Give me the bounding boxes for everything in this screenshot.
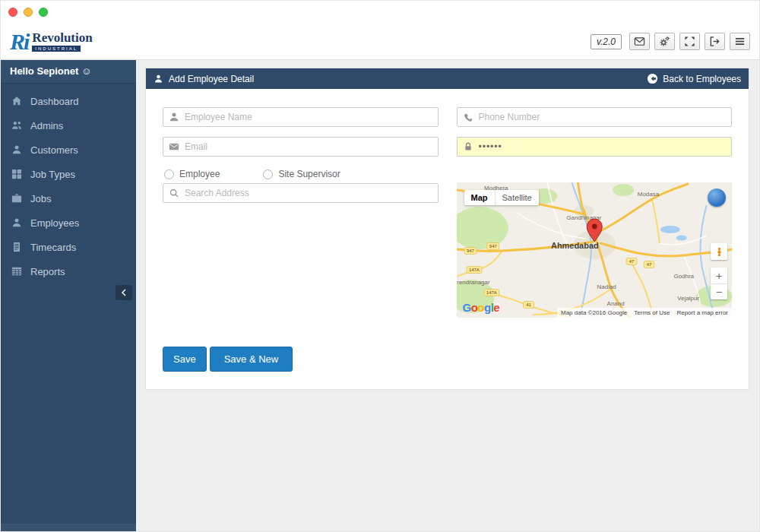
main-content: Add Employee Detail Back to Employees [136, 60, 759, 531]
fullscreen-button[interactable] [679, 33, 700, 50]
sidebar-item-jobs[interactable]: Jobs [1, 186, 136, 211]
logo-letter: g [484, 301, 491, 314]
version-badge: v.2.0 [591, 34, 622, 49]
minimize-window-button[interactable] [24, 8, 33, 17]
role-radio-group: Employee Site Supervisor [164, 169, 439, 179]
brand-name: Revolution [32, 31, 92, 44]
search-icon [163, 188, 185, 198]
address-search-input[interactable] [185, 184, 438, 202]
sidebar-item-label: Timecards [30, 242, 76, 253]
sidebar-nav: Dashboard Admins Customers Job Types Job… [1, 84, 136, 283]
map-city-label: Ahmedabad [551, 241, 599, 250]
logo-letter: G [463, 301, 471, 314]
sidebar-item-employees[interactable]: Employees [1, 211, 136, 235]
home-icon [11, 96, 22, 106]
radio-label: Site Supervisor [278, 169, 340, 179]
messages-button[interactable] [629, 33, 650, 50]
road-shield: 147A [483, 290, 499, 296]
brand-tagline: INDUSTRIAL [32, 46, 81, 52]
panel-body: Employee Site Supervisor [146, 89, 749, 372]
logout-button[interactable] [705, 33, 725, 50]
close-window-button[interactable] [8, 8, 17, 17]
form-column-left: Employee Site Supervisor [163, 107, 439, 318]
sidebar-item-label: Admins [30, 120, 63, 131]
svg-text:41: 41 [526, 302, 531, 307]
sidebar-item-label: Customers [30, 144, 78, 156]
logo-letter: e [493, 301, 499, 314]
google-logo[interactable]: Google [463, 301, 500, 314]
sidebar-item-label: Dashboard [30, 96, 79, 107]
radio-circle[interactable] [263, 169, 273, 179]
sidebar-item-timecards[interactable]: Timecards [1, 235, 136, 259]
expand-icon [684, 36, 695, 47]
sidebar-item-job-types[interactable]: Job Types [1, 162, 136, 186]
svg-text:947: 947 [489, 244, 497, 249]
map-tab-satellite[interactable]: Satellite [495, 190, 539, 205]
phone-input[interactable] [479, 108, 732, 126]
form-column-right: 947 947 147A [457, 107, 733, 318]
map-city-label: Godhra [673, 273, 694, 280]
radio-site-supervisor[interactable]: Site Supervisor [263, 169, 340, 179]
zoom-window-button[interactable] [39, 8, 48, 17]
email-group [163, 137, 439, 157]
sidebar-item-label: Reports [30, 266, 65, 277]
mail-icon [634, 36, 645, 47]
page-title: Add Employee Detail [169, 74, 254, 84]
svg-text:147A: 147A [486, 290, 496, 295]
save-and-new-button[interactable]: Save & New [210, 347, 293, 372]
zoom-in-button[interactable]: + [711, 268, 727, 283]
address-search-group [163, 183, 439, 203]
sidebar-greeting: Hello Sepionet ☺ [1, 60, 136, 84]
svg-text:47: 47 [646, 262, 651, 267]
logo-mark: Ri [10, 30, 28, 53]
radio-label: Employee [179, 169, 220, 179]
map: 947 947 147A [457, 182, 733, 318]
sidebar-collapse-button[interactable] [116, 285, 132, 300]
hamburger-icon [734, 36, 746, 47]
sidebar-item-customers[interactable]: Customers [1, 138, 136, 162]
employee-name-group [163, 107, 439, 127]
map-account-icon[interactable] [708, 188, 726, 207]
sidebar-footer [1, 524, 136, 531]
svg-text:147A: 147A [468, 268, 479, 272]
map-city-label: Vejalpur [677, 295, 699, 302]
pegman-control[interactable] [711, 243, 727, 260]
radio-circle[interactable] [164, 169, 174, 179]
map-tab-map[interactable]: Map [464, 190, 495, 205]
menu-button[interactable] [730, 33, 750, 50]
header-actions: v.2.0 [591, 33, 750, 50]
sidebar-item-reports[interactable]: Reports [1, 259, 136, 283]
save-button[interactable]: Save [163, 347, 207, 372]
map-city-label: rendranagar [457, 279, 490, 286]
app-window: Ri Revolution INDUSTRIAL v.2.0 [0, 0, 760, 532]
person-icon [163, 112, 185, 122]
settings-button[interactable] [654, 33, 675, 50]
sidebar-item-label: Jobs [30, 193, 51, 204]
logo-letter: o [477, 301, 484, 314]
terms-of-use-link[interactable]: Terms of Use [634, 309, 670, 316]
back-button-label: Back to Employees [663, 74, 741, 84]
road-shield: 47 [626, 258, 637, 265]
svg-text:947: 947 [466, 249, 474, 253]
map-type-control: Map Satellite [464, 190, 539, 205]
chevron-left-icon [121, 289, 127, 296]
back-circle-icon [647, 73, 658, 84]
password-input[interactable] [479, 138, 732, 156]
zoom-out-button[interactable]: − [711, 283, 727, 299]
gears-icon [659, 36, 670, 47]
app-logo: Ri Revolution INDUSTRIAL [10, 30, 93, 53]
report-map-error-link[interactable]: Report a map error [676, 309, 728, 316]
envelope-icon [163, 141, 185, 152]
titlebar [1, 1, 759, 24]
svg-text:47: 47 [629, 259, 634, 264]
map-zoom-control: + − [711, 268, 727, 299]
map-city-label: Anand [606, 300, 624, 307]
radio-employee[interactable]: Employee [164, 169, 220, 179]
sign-out-icon [709, 36, 720, 47]
email-input[interactable] [185, 138, 438, 156]
employee-name-input[interactable] [185, 108, 438, 126]
sidebar: Hello Sepionet ☺ Dashboard Admins Custom… [1, 60, 136, 531]
back-to-employees-button[interactable]: Back to Employees [647, 73, 741, 84]
sidebar-item-dashboard[interactable]: Dashboard [1, 89, 136, 113]
sidebar-item-admins[interactable]: Admins [1, 113, 136, 138]
